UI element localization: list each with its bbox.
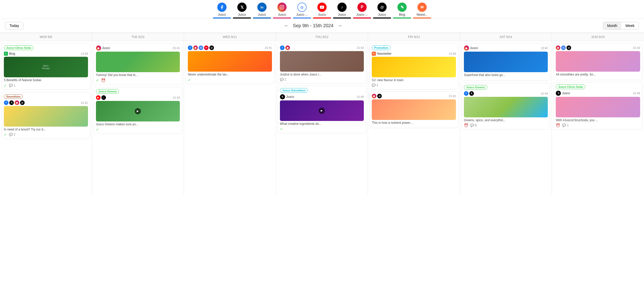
nav-item-pinterest[interactable]: P Jusco ... [353, 3, 371, 18]
pinterest-social-icon: P [204, 45, 209, 50]
day-col-sun: ◉ G @ 21:42 All smoothies are pretty. So… [552, 41, 644, 195]
card-time: 13:42 [541, 46, 548, 50]
nav-item-twitter[interactable]: 𝕏 Jusco [233, 3, 251, 18]
nav-item-threads[interactable]: @ Jusco [373, 3, 391, 18]
day-col-thu: f ◉ 21:42 Justice is done when Jusco i..… [276, 41, 368, 195]
nav-label-youtube: Jusco [318, 13, 326, 16]
card-footer: ⏰ 💬 1 [556, 123, 640, 127]
check-icon: ✓ [96, 127, 99, 131]
nav-label-google: Jusco ... [296, 13, 308, 16]
facebook-social-icon: f [464, 91, 469, 96]
instagram-social-icon: ◉ [15, 100, 19, 105]
card-text: All smoothies are pretty. So... [556, 73, 640, 77]
card-thu-2[interactable]: Jusco Smoothies 𝕏 Jusco 21:45 ▶ What cre… [278, 86, 366, 134]
nav-bar-twitter [233, 17, 251, 18]
nav-item-facebook[interactable]: Jusco [213, 3, 231, 18]
check-icon: ✓ [96, 78, 99, 82]
card-image [280, 51, 364, 72]
video-overlay: ▶ [319, 108, 325, 114]
nav-item-instagram[interactable]: Jusco [273, 3, 291, 18]
linkedin-icon: in [257, 3, 267, 12]
nav-bar-google [293, 17, 311, 18]
card-image [188, 51, 272, 72]
card-source-twitter: 𝕏 Jusco [556, 91, 570, 96]
card-time: 21:41 [81, 101, 88, 104]
card-text: Yummy! Did you know that ki... [96, 73, 180, 77]
card-tue-1[interactable]: ◉ Jusco 01:41 Yummy! Did you know that k… [94, 43, 182, 85]
nav-item-linkedin[interactable]: in Jusco [253, 3, 271, 18]
clock-icon: ⏰ [101, 78, 105, 82]
month-view-button[interactable]: Month [603, 22, 621, 29]
twitter-social-icon: 𝕏 [469, 91, 474, 96]
card-footer: ✓ ⏰ [96, 78, 180, 82]
threads-social-icon: @ [209, 45, 214, 50]
card-image: detoxtherapy [4, 57, 88, 77]
card-fri-1[interactable]: Promotion ✉ Newsletter 12:28 SJ: new fla… [369, 43, 458, 89]
card-image [372, 57, 456, 77]
svg-point-1 [281, 6, 283, 8]
nav-item-youtube[interactable]: Jusco [313, 3, 331, 18]
facebook-icon [217, 3, 227, 12]
nav-item-newsletter[interactable]: ✉ Newsl... [413, 3, 431, 18]
nav-item-tiktok[interactable]: ♪ Jusco [333, 3, 351, 18]
day-col-mon: Jusco Citrus Soda ✎ Blog 12:28 detoxther… [0, 41, 92, 195]
instagram-social-icon: ◉ [285, 45, 290, 50]
card-social-icons: f 𝕏 [464, 91, 474, 96]
check-icon: ✓ [4, 133, 7, 137]
card-mon-2[interactable]: Smoothies f 𝕏 ◉ @ 21:41 In need of a boo… [2, 92, 90, 139]
instagram-social-icon: ◉ [372, 94, 376, 98]
card-sun-1[interactable]: ◉ G @ 21:42 All smoothies are pretty. So… [553, 43, 642, 80]
date-range: Sep 9th - 15th 2024 [293, 23, 333, 29]
card-time: 21:45 [357, 95, 364, 98]
day-header-mon: MON 9/9 [0, 33, 92, 41]
card-thu-1[interactable]: f ◉ 21:42 Justice is done when Jusco i..… [278, 43, 366, 84]
nav-bar-youtube [313, 17, 331, 18]
card-text: Never underestimate the tas... [188, 73, 272, 77]
card-tag-citrus-soda: Jusco Citrus Soda [4, 45, 33, 50]
nav-bar-newsletter [413, 17, 431, 18]
week-view-button[interactable]: Week [621, 22, 639, 29]
comment-icon: 💬 2 [280, 78, 286, 81]
card-footer: ✓ 💬 1 [4, 83, 88, 88]
view-toggle: Month Week [603, 22, 639, 30]
card-tag-smoothies: Jusco Smoothies [280, 88, 308, 93]
card-tag-promotion: Promotion [372, 45, 391, 50]
day-col-fri: Promotion ✉ Newsletter 12:28 SJ: new fla… [368, 41, 460, 195]
card-source-newsletter: ✉ Newsletter [372, 52, 392, 56]
day-header-thu: THU 9/12 [276, 33, 368, 41]
card-text: Greens, spice, and everythin... [464, 118, 548, 122]
card-image [4, 106, 88, 127]
card-mon-1[interactable]: Jusco Citrus Soda ✎ Blog 12:28 detoxther… [2, 43, 90, 90]
nav-bar-instagram [273, 17, 291, 18]
check-icon: ✓ [4, 83, 7, 88]
threads-social-icon: @ [377, 94, 382, 98]
card-text: In need of a boost? Try our d... [4, 128, 88, 132]
today-button[interactable]: Today [5, 22, 23, 30]
facebook-social-icon: f [280, 45, 285, 50]
nav-label-blog: Blog [399, 13, 405, 16]
card-tue-2[interactable]: Jusco Greens ▶ ♪ 21:43 ▶ Jusco Greens ma… [94, 87, 182, 134]
card-sun-2[interactable]: Jusco Citrus Soda 𝕏 Jusco 21:45 With #Ju… [553, 82, 642, 130]
threads-social-icon: @ [20, 100, 25, 105]
card-fri-2[interactable]: ◉ @ 21:42 This is how a nutrient power..… [369, 91, 458, 128]
comment-icon: 💬 2 [372, 83, 378, 87]
card-sat-2[interactable]: Jusco Greens f 𝕏 21:44 Greens, spice, an… [462, 83, 550, 130]
instagram-social-icon: ◉ [556, 45, 560, 50]
threads-icon: @ [377, 3, 387, 12]
card-sat-1[interactable]: ◉ Jusco 13:42 Superfood that also looks … [462, 43, 550, 81]
card-time: 21:44 [541, 92, 548, 95]
prev-arrow[interactable]: ← [284, 23, 289, 29]
card-text: SJ: new flavour in town [372, 78, 456, 82]
nav-label-tiktok: Jusco [338, 13, 346, 16]
twitter-social-icon: 𝕏 [9, 100, 14, 105]
card-image [464, 97, 548, 117]
calendar-body: Jusco Citrus Soda ✎ Blog 12:28 detoxther… [0, 41, 644, 195]
nav-item-google[interactable]: G Jusco ... [293, 3, 311, 18]
instagram-icon: ◉ [96, 45, 101, 51]
instagram-social-icon: ◉ [464, 45, 469, 51]
nav-item-blog[interactable]: ✎ Blog [393, 3, 411, 18]
card-wed-1[interactable]: f ◉ G P @ 21:41 Never underestimate the … [186, 43, 274, 84]
nav-bar-threads [373, 17, 391, 18]
tiktok-social-icon: ♪ [101, 95, 106, 100]
next-arrow[interactable]: → [338, 23, 342, 29]
